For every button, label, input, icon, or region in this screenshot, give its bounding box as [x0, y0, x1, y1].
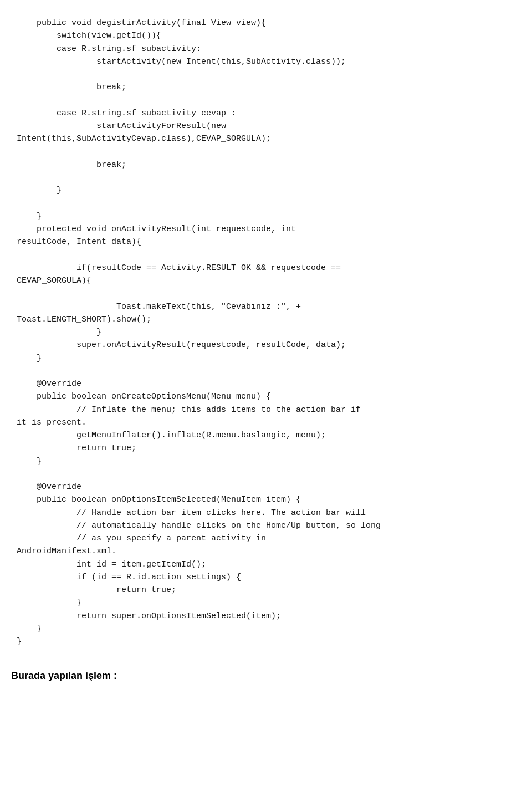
footer-section: Burada yapılan işlem :	[6, 670, 526, 682]
code-container: public void degistirActivity(final View …	[6, 11, 526, 654]
code-content: public void degistirActivity(final View …	[6, 11, 526, 654]
footer-title: Burada yapılan işlem :	[11, 670, 117, 681]
